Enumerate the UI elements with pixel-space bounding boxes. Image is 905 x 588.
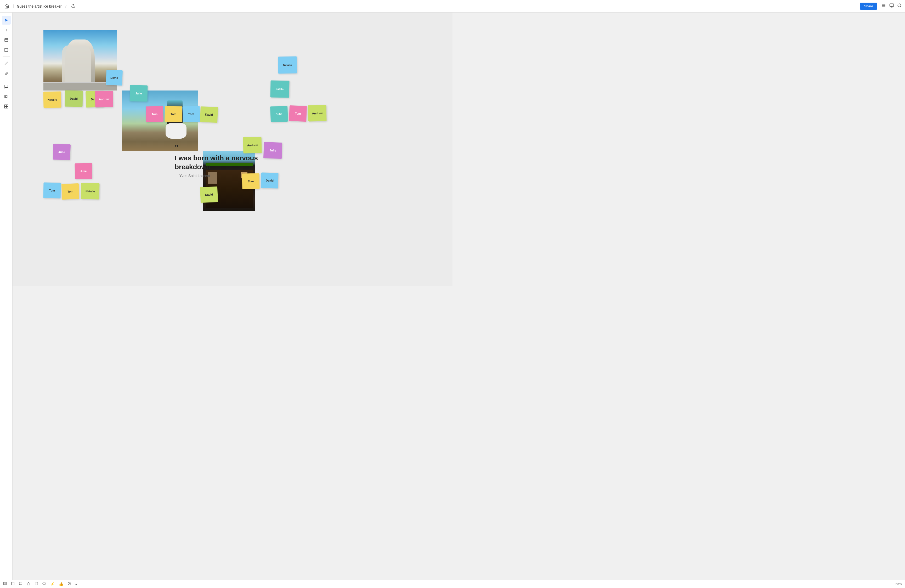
sticky-natalie-cat[interactable]: Natalie [81, 183, 99, 199]
pen-tool[interactable] [2, 69, 11, 78]
svg-rect-12 [5, 96, 7, 98]
quote-section: " I was born with a nervous breakdown — … [175, 143, 274, 178]
sticky-julie-cat2[interactable]: Julie [75, 163, 92, 179]
sticky-andrew-1[interactable]: Andrew [95, 91, 113, 107]
comment-tool[interactable] [2, 82, 11, 91]
sticky-natalie-blue[interactable]: Natalie [278, 56, 297, 73]
sticky-david-1[interactable]: David [65, 90, 83, 107]
sticky-julie-2[interactable]: Julie [270, 106, 288, 122]
sticky-julie-cat1[interactable]: Julie [53, 144, 71, 160]
frame-tool[interactable] [2, 92, 11, 101]
sticky-tom-cat1[interactable]: Tom [43, 182, 61, 198]
cursor-tool[interactable] [2, 16, 11, 25]
svg-rect-9 [5, 48, 8, 51]
star-button[interactable]: ☆ [65, 4, 68, 8]
header: | Guess the artist ice breaker ☆ Share [0, 0, 452, 13]
component-tool[interactable] [2, 102, 11, 111]
sticky-david-3[interactable]: David [200, 106, 218, 123]
sticky-tom-3[interactable]: Tom [182, 106, 200, 122]
export-button[interactable] [71, 4, 75, 9]
sticky-natalie-1[interactable]: Natalie [43, 91, 61, 108]
line-tool[interactable] [2, 59, 11, 68]
sticky-tom-2[interactable]: Tom [165, 106, 182, 122]
note-tool[interactable] [2, 36, 11, 44]
svg-rect-7 [5, 38, 8, 41]
sticky-natalie-teal[interactable]: Natalie [270, 80, 289, 98]
sticky-tom-1[interactable]: Tom [146, 106, 164, 122]
svg-line-10 [5, 62, 8, 65]
image-prague [43, 30, 117, 91]
svg-rect-11 [5, 95, 8, 98]
sticky-david-quote2[interactable]: David [200, 186, 218, 203]
page-title: Guess the artist ice breaker [17, 4, 62, 8]
text-tool[interactable]: T [2, 25, 11, 35]
sticky-david-blue[interactable]: David [106, 70, 123, 86]
title-separator: | [13, 4, 14, 9]
left-toolbar: T ··· [0, 13, 13, 294]
quote-author: — Yves Saint Laurent [175, 174, 274, 178]
sticky-tom-cat2[interactable]: Tom [62, 183, 79, 200]
svg-rect-16 [6, 107, 8, 108]
canvas[interactable]: Natalie David David David Andrew Julie T… [13, 13, 452, 286]
quote-text: I was born with a nervous breakdown [175, 154, 274, 172]
svg-rect-13 [5, 105, 6, 106]
sticky-julie-1[interactable]: Julie [129, 85, 148, 102]
home-button[interactable] [3, 3, 11, 10]
svg-rect-15 [5, 107, 6, 108]
shape-tool[interactable] [2, 46, 11, 54]
svg-rect-14 [6, 105, 8, 106]
quote-mark: " [175, 143, 274, 152]
sticky-tom-pub[interactable]: Tom [289, 105, 307, 122]
sticky-andrew-pub[interactable]: Andrew [308, 105, 326, 121]
more-tools[interactable]: ··· [2, 115, 11, 124]
